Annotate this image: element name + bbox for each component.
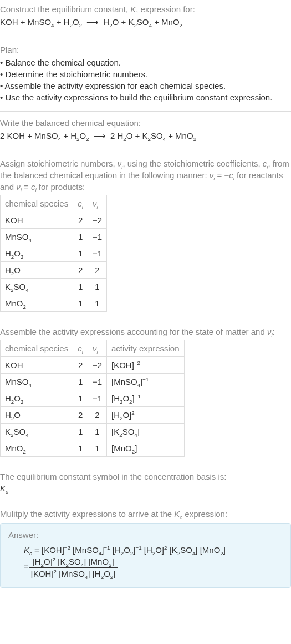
col-activity: activity expression: [107, 340, 185, 357]
answer-body: Kc = [KOH]−2 [MnSO4]−1 [H2O2]−1 [H2O]2 […: [24, 544, 283, 580]
col-vi: νi: [88, 340, 106, 357]
plan-item: Balance the chemical equation.: [0, 57, 291, 68]
multiply-text: Mulitply the activity expressions to arr…: [0, 508, 291, 520]
balance-block: Write the balanced chemical equation: 2 …: [0, 114, 291, 149]
balance-label: Write the balanced chemical equation:: [0, 117, 291, 129]
divider: [0, 502, 291, 502]
plan-item: Determine the stoichiometric numbers.: [0, 68, 291, 80]
fraction-denominator: [KOH]2 [MnSO4] [H2O2]: [29, 568, 118, 580]
table-row: MnO211[MnO2]: [1, 440, 185, 457]
answer-line-2: = [H2O]2 [K2SO4] [MnO2] [KOH]2 [MnSO4] […: [24, 556, 283, 580]
intro-prompt-2: , expression for:: [136, 4, 195, 14]
col-vi: νi: [88, 195, 106, 212]
plan-list: Balance the chemical equation. Determine…: [0, 57, 291, 103]
table-row: H2O21−1[H2O2]−1: [1, 390, 185, 407]
table-row: H2O22: [1, 262, 107, 279]
fraction-numerator: [H2O]2 [K2SO4] [MnO2]: [29, 556, 118, 568]
answer-line-1: Kc = [KOH]−2 [MnSO4]−1 [H2O2]−1 [H2O]2 […: [24, 544, 283, 556]
fraction: [H2O]2 [K2SO4] [MnO2] [KOH]2 [MnSO4] [H2…: [29, 556, 118, 580]
plan-item: Use the activity expressions to build th…: [0, 92, 291, 103]
stoich-table-1: chemical species ci νi KOH2−2 MnSO41−1 H…: [0, 195, 107, 312]
intro-equation: KOH + MnSO4 + H2O2 ⟶ H2O + K2SO4 + MnO2: [0, 15, 291, 30]
table-row: KOH2−2: [1, 212, 107, 229]
col-species: chemical species: [1, 195, 73, 212]
balanced-equation: 2 KOH + MnSO4 + H2O2 ⟶ 2 H2O + K2SO4 + M…: [0, 129, 291, 144]
table-row: KOH2−2[KOH]−2: [1, 357, 185, 374]
table-row: MnSO41−1: [1, 229, 107, 245]
stoich-text: Assign stoichiometric numbers, νi, using…: [0, 158, 291, 193]
eq-sign: =: [24, 556, 29, 572]
col-ci: ci: [73, 340, 88, 357]
table-row: MnO211: [1, 295, 107, 312]
answer-label: Answer:: [8, 529, 283, 541]
plan-item: Assemble the activity expression for eac…: [0, 80, 291, 92]
activity-table: chemical species ci νi activity expressi…: [0, 340, 185, 457]
plan-block: Plan: Balance the chemical equation. Det…: [0, 41, 291, 109]
divider: [0, 320, 291, 320]
divider: [0, 111, 291, 112]
divider: [0, 38, 291, 38]
col-ci: ci: [73, 195, 88, 212]
divider: [0, 152, 291, 152]
intro-k: K: [130, 4, 136, 14]
table-row: K2SO411[K2SO4]: [1, 424, 185, 440]
multiply-block: Mulitply the activity expressions to arr…: [0, 505, 291, 593]
stoich-block: Assign stoichiometric numbers, νi, using…: [0, 154, 291, 318]
plan-label: Plan:: [0, 44, 291, 56]
table-row: MnSO41−1[MnSO4]−1: [1, 374, 185, 390]
kc-symbol: Kc: [0, 482, 291, 494]
divider: [0, 465, 291, 465]
activity-block: Assemble the activity expressions accoun…: [0, 323, 291, 462]
kc-basis-block: The equilibrium constant symbol in the c…: [0, 467, 291, 500]
intro-prompt-1: Construct the equilibrium constant,: [0, 4, 130, 14]
activity-text: Assemble the activity expressions accoun…: [0, 326, 291, 338]
col-species: chemical species: [1, 340, 73, 357]
intro-block: Construct the equilibrium constant, K, e…: [0, 0, 291, 36]
table-row: H2O22[H2O]2: [1, 407, 185, 424]
kc-basis-label: The equilibrium constant symbol in the c…: [0, 471, 291, 482]
table-row: K2SO411: [1, 279, 107, 295]
answer-box: Answer: Kc = [KOH]−2 [MnSO4]−1 [H2O2]−1 …: [0, 523, 291, 588]
table-row: H2O21−1: [1, 245, 107, 262]
